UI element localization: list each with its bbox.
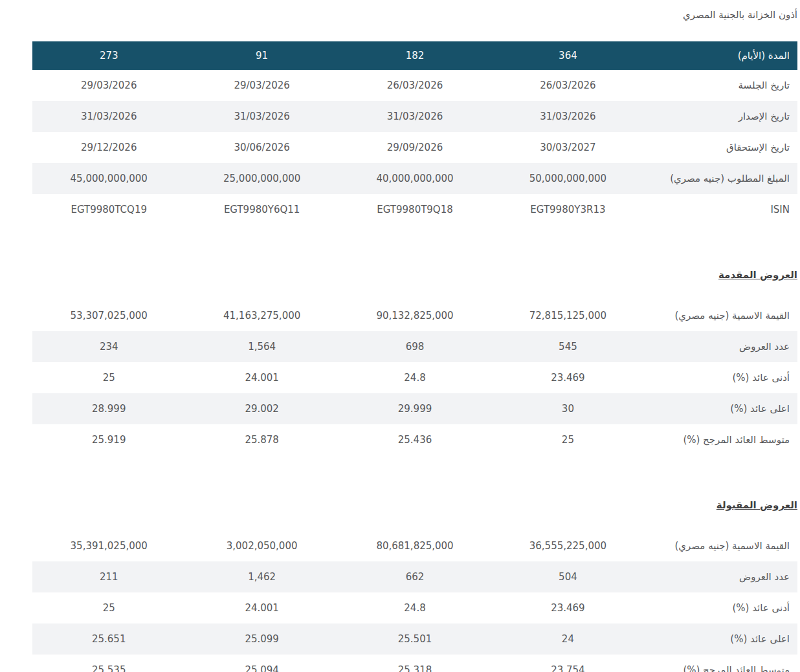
cell-value: 25.651 (32, 623, 185, 655)
cell-value: 72,815,125,000 (491, 300, 644, 331)
cell-value: 25.535 (32, 655, 185, 672)
row-label: القيمة الاسمية (جنيه مصري) (645, 530, 797, 561)
table-row: تاريخ الإستحقاق30/03/202729/09/202630/06… (32, 132, 797, 163)
row-label: تاريخ الإستحقاق (645, 132, 797, 163)
table-row: تاريخ الإصدار31/03/202631/03/202631/03/2… (32, 101, 797, 132)
row-label: تاريخ الإصدار (645, 101, 797, 132)
cell-value: 80,681,825,000 (339, 530, 491, 561)
duration-header-label: المدة (الأيام) (645, 41, 797, 70)
cell-value: 545 (491, 331, 644, 362)
table-row: اعلى عائد (%)3029.99929.00228.999 (32, 393, 797, 424)
row-label: متوسط العائد المرجح (%) (645, 424, 797, 455)
section-title-submitted-offers: العروض المقدمة (32, 269, 797, 281)
cell-value: 40,000,000,000 (339, 163, 491, 194)
table-row: القيمة الاسمية (جنيه مصري)72,815,125,000… (32, 300, 797, 331)
cell-value: 24.001 (185, 362, 338, 393)
row-label: أدنى عائد (%) (645, 592, 797, 623)
duration-col-91: 91 (185, 41, 338, 70)
cell-value: 26/03/2026 (339, 70, 491, 101)
page-container: أذون الخزانة بالجنية المصري المدة (الأيا… (0, 9, 800, 672)
table-row: متوسط العائد المرجح (%)2525.43625.87825.… (32, 424, 797, 455)
cell-value: 30/06/2026 (185, 132, 338, 163)
table-row: عدد العروض5456981,564234 (32, 331, 797, 362)
cell-value: 25.878 (185, 424, 338, 455)
cell-value: 662 (339, 561, 491, 592)
section-title-accepted-offers: العروض المقبولة (32, 499, 797, 511)
accepted-offers-body: القيمة الاسمية (جنيه مصري)36,555,225,000… (32, 530, 797, 672)
cell-value: 25 (32, 592, 185, 623)
cell-value: 25 (32, 362, 185, 393)
duration-col-273: 273 (32, 41, 185, 70)
cell-value: EGT9980TCQ19 (32, 194, 185, 225)
cell-value: 3,002,050,000 (185, 530, 338, 561)
row-label: أدنى عائد (%) (645, 362, 797, 393)
cell-value: 31/03/2026 (185, 101, 338, 132)
cell-value: 29/09/2026 (339, 132, 491, 163)
cell-value: 50,000,000,000 (491, 163, 644, 194)
row-label: المبلغ المطلوب (جنيه مصري) (645, 163, 797, 194)
cell-value: 30/03/2027 (491, 132, 644, 163)
duration-col-364: 364 (491, 41, 644, 70)
table-row: أدنى عائد (%)23.46924.824.00125 (32, 362, 797, 393)
row-label: تاريخ الجلسة (645, 70, 797, 101)
cell-value: 23.469 (491, 592, 644, 623)
table-row: متوسط العائد المرجح (%)23.75425.31825.09… (32, 655, 797, 672)
main-table-body: تاريخ الجلسة26/03/202626/03/202629/03/20… (32, 70, 797, 225)
cell-value: 30 (491, 393, 644, 424)
table-row: المبلغ المطلوب (جنيه مصري)50,000,000,000… (32, 163, 797, 194)
page-title: أذون الخزانة بالجنية المصري (32, 9, 797, 21)
cell-value: EGT9980T9Q18 (339, 194, 491, 225)
table-row: عدد العروض5046621,462211 (32, 561, 797, 592)
cell-value: 53,307,025,000 (32, 300, 185, 331)
treasury-bills-main-table: المدة (الأيام) 364 182 91 273 تاريخ الجل… (32, 41, 797, 225)
cell-value: 211 (32, 561, 185, 592)
table-row: ISINEGT9980Y3R13EGT9980T9Q18EGT9980Y6Q11… (32, 194, 797, 225)
cell-value: 23.469 (491, 362, 644, 393)
cell-value: 29.999 (339, 393, 491, 424)
submitted-offers-body: القيمة الاسمية (جنيه مصري)72,815,125,000… (32, 300, 797, 455)
cell-value: 29/03/2026 (32, 70, 185, 101)
submitted-offers-table: القيمة الاسمية (جنيه مصري)72,815,125,000… (32, 300, 797, 455)
row-label: القيمة الاسمية (جنيه مصري) (645, 300, 797, 331)
main-table-header: المدة (الأيام) 364 182 91 273 (32, 41, 797, 70)
cell-value: 36,555,225,000 (491, 530, 644, 561)
cell-value: 25.094 (185, 655, 338, 672)
cell-value: 25.318 (339, 655, 491, 672)
cell-value: 24.8 (339, 592, 491, 623)
cell-value: 25,000,000,000 (185, 163, 338, 194)
header-row: المدة (الأيام) 364 182 91 273 (32, 41, 797, 70)
cell-value: 29/12/2026 (32, 132, 185, 163)
cell-value: 25.436 (339, 424, 491, 455)
row-label: متوسط العائد المرجح (%) (645, 655, 797, 672)
cell-value: EGT9980Y3R13 (491, 194, 644, 225)
accepted-offers-table: القيمة الاسمية (جنيه مصري)36,555,225,000… (32, 530, 797, 672)
cell-value: 24.8 (339, 362, 491, 393)
table-row: اعلى عائد (%)2425.50125.09925.651 (32, 623, 797, 655)
table-row: أدنى عائد (%)23.46924.824.00125 (32, 592, 797, 623)
cell-value: 1,564 (185, 331, 338, 362)
cell-value: 35,391,025,000 (32, 530, 185, 561)
table-row: تاريخ الجلسة26/03/202626/03/202629/03/20… (32, 70, 797, 101)
cell-value: EGT9980Y6Q11 (185, 194, 338, 225)
cell-value: 23.754 (491, 655, 644, 672)
cell-value: 31/03/2026 (32, 101, 185, 132)
cell-value: 90,132,825,000 (339, 300, 491, 331)
cell-value: 45,000,000,000 (32, 163, 185, 194)
cell-value: 24 (491, 623, 644, 655)
row-label: عدد العروض (645, 561, 797, 592)
cell-value: 24.001 (185, 592, 338, 623)
cell-value: 1,462 (185, 561, 338, 592)
row-label: عدد العروض (645, 331, 797, 362)
cell-value: 31/03/2026 (339, 101, 491, 132)
cell-value: 26/03/2026 (491, 70, 644, 101)
cell-value: 41,163,275,000 (185, 300, 338, 331)
duration-col-182: 182 (339, 41, 491, 70)
cell-value: 25.099 (185, 623, 338, 655)
cell-value: 29/03/2026 (185, 70, 338, 101)
cell-value: 698 (339, 331, 491, 362)
cell-value: 504 (491, 561, 644, 592)
cell-value: 25.501 (339, 623, 491, 655)
row-label: اعلى عائد (%) (645, 623, 797, 655)
row-label: ISIN (645, 194, 797, 225)
cell-value: 234 (32, 331, 185, 362)
